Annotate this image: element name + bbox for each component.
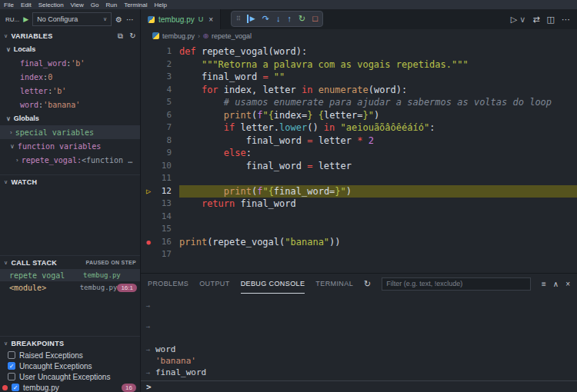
code-line-11[interactable]: 11 <box>141 172 577 185</box>
close-panel-icon[interactable]: × <box>565 280 570 288</box>
variable-row-repete-vogal[interactable]: ›repete_vogal: <function … <box>0 153 140 167</box>
breakpoint-item-uncaught-exceptions[interactable]: ✓Uncaught Exceptions <box>0 360 140 371</box>
restart-icon[interactable]: ↻ <box>299 15 305 23</box>
menu-help[interactable]: Help <box>154 2 166 8</box>
gutter[interactable] <box>141 211 156 224</box>
watch-header[interactable]: ∨ WATCH <box>0 175 140 188</box>
code-line-8[interactable]: 8 final_word = letter * 2 <box>141 135 577 148</box>
code-line-14[interactable]: 14 <box>141 211 577 224</box>
run-dropdown-icon[interactable]: ∨ <box>519 15 525 25</box>
gutter[interactable] <box>141 71 156 84</box>
gutter[interactable] <box>141 58 156 71</box>
gutter[interactable] <box>141 135 156 148</box>
gutter[interactable] <box>141 248 156 261</box>
checkbox[interactable] <box>8 351 15 359</box>
gutter[interactable] <box>141 172 156 185</box>
debug-configuration-dropdown[interactable]: No Configura ∨ <box>32 12 112 26</box>
gutter[interactable] <box>141 160 156 173</box>
debug-console-input[interactable]: > <box>141 380 577 392</box>
variable-row-index[interactable]: index: 0 <box>0 70 140 84</box>
split-editor-icon[interactable]: ◫ <box>547 15 555 25</box>
breakpoints-header[interactable]: ∨ BREAKPOINTS <box>0 337 140 350</box>
start-debug-icon[interactable]: ▶ <box>23 15 28 23</box>
gutter[interactable] <box>141 109 156 122</box>
code-editor[interactable]: 1def repete_vogal(word):2 """Retorna a p… <box>141 42 577 273</box>
code-line-5[interactable]: 5 # usamos enumerate para ajudar a saber… <box>141 96 577 109</box>
panel-tab-problems[interactable]: PROBLEMS <box>148 274 188 294</box>
breakpoint-item-raised-exceptions[interactable]: Raised Exceptions <box>0 350 140 360</box>
gutter[interactable] <box>141 84 156 97</box>
debug-toolbar: ⠿▶↷↓↑↻□ <box>231 11 323 27</box>
menu-edit[interactable]: Edit <box>21 2 32 8</box>
code-line-2[interactable]: 2 """Retorna a palavra com as vogais rep… <box>141 58 577 71</box>
code-line-9[interactable]: 9 else: <box>141 147 577 160</box>
code-line-13[interactable]: 13 return final_word <box>141 198 577 211</box>
checkbox[interactable] <box>8 373 15 380</box>
variable-row-locals[interactable]: ∨Locals <box>0 42 140 56</box>
variable-row-special-variables[interactable]: ›special variables <box>0 125 140 139</box>
tab-tembug-py[interactable]: tembug.py U × <box>141 9 221 29</box>
gutter[interactable] <box>141 45 156 58</box>
call-stack-frame-repete-vogal[interactable]: repete_vogaltembug.py <box>0 269 140 281</box>
breakpoint-item-user-uncaught-exceptions[interactable]: User Uncaught Exceptions <box>0 371 140 382</box>
clear-console-icon[interactable]: ≡ <box>542 280 546 288</box>
breakpoint-item-tembug-py[interactable]: ✓tembug.py16 <box>0 382 140 392</box>
call-stack-header[interactable]: ∨ CALL STACK PAUSED ON STEP <box>0 256 140 269</box>
continue-icon[interactable]: ▶ <box>247 15 255 23</box>
menu-run[interactable]: Run <box>105 2 117 8</box>
code-line-15[interactable]: 15 <box>141 223 577 236</box>
maximize-panel-icon[interactable]: ∧ <box>553 280 559 288</box>
breadcrumb-file[interactable]: tembug.py <box>162 32 195 40</box>
panel-tab-output[interactable]: OUTPUT <box>199 274 229 294</box>
close-icon[interactable]: × <box>208 15 213 24</box>
console-filter-input[interactable] <box>382 277 531 291</box>
gear-icon[interactable]: ⚙ <box>115 15 122 24</box>
call-stack-frame--module-[interactable]: <module>tembug.py16:1 <box>0 281 140 294</box>
breakpoint-dot-icon[interactable]: ● <box>141 236 156 249</box>
gutter[interactable] <box>141 96 156 109</box>
menu-selection[interactable]: Selection <box>38 2 64 8</box>
panel-tab-debug-console[interactable]: DEBUG CONSOLE <box>241 274 305 294</box>
drag-handle-icon[interactable]: ⠿ <box>236 15 240 23</box>
panel-tab-terminal[interactable]: TERMINAL <box>315 274 353 294</box>
code-line-7[interactable]: 7 if letter.lower() in "aeiouãõâôêéáíó": <box>141 121 577 135</box>
refresh-icon[interactable]: ↻ <box>129 32 136 41</box>
code-line-1[interactable]: 1def repete_vogal(word): <box>141 45 577 58</box>
step-into-icon[interactable]: ↓ <box>276 15 281 23</box>
variable-row-final-word[interactable]: final_word: 'b' <box>0 56 140 70</box>
breadcrumb-symbol[interactable]: repete_vogal <box>212 32 252 40</box>
gutter[interactable] <box>141 223 156 236</box>
code-line-12[interactable]: ▷12 print(f"{final_word=}") <box>141 185 577 198</box>
menu-view[interactable]: View <box>71 2 84 8</box>
gutter[interactable] <box>141 147 156 160</box>
menu-file[interactable]: File <box>4 2 14 8</box>
variables-header[interactable]: ∨ VARIABLES ⧉↻ <box>0 29 140 42</box>
code-line-6[interactable]: 6 print(f"{index=} {letter=}") <box>141 109 577 122</box>
variable-row-function-variables[interactable]: ∨function variables <box>0 139 140 153</box>
step-out-icon[interactable]: ↑ <box>288 15 292 23</box>
code-line-3[interactable]: 3 final_word = "" <box>141 71 577 84</box>
menu-go[interactable]: Go <box>91 2 99 8</box>
copy-icon[interactable]: ⧉ <box>118 32 123 41</box>
panel-tabs: PROBLEMSOUTPUTDEBUG CONSOLETERMINAL <box>148 274 353 294</box>
checkbox[interactable]: ✓ <box>8 362 15 370</box>
run-python-file-icon[interactable]: ▷ <box>511 15 517 25</box>
code-line-17[interactable]: 17 <box>141 248 577 261</box>
code-line-4[interactable]: 4 for index, letter in enumerate(word): <box>141 84 577 97</box>
step-over-icon[interactable]: ↷ <box>262 15 269 23</box>
gutter[interactable] <box>141 198 156 211</box>
menu-terminal[interactable]: Terminal <box>124 2 147 8</box>
refresh-icon[interactable]: ↻ <box>364 279 371 289</box>
debug-current-line-arrow-icon[interactable]: ▷ <box>141 185 156 198</box>
open-changes-icon[interactable]: ⇄ <box>532 15 539 25</box>
gutter[interactable] <box>141 121 156 135</box>
checkbox[interactable]: ✓ <box>12 384 19 391</box>
stop-icon[interactable]: □ <box>312 15 318 23</box>
variable-row-word[interactable]: word: 'banana' <box>0 98 140 111</box>
code-line-10[interactable]: 10 final_word = letter <box>141 160 577 173</box>
variable-row-letter[interactable]: letter: 'b' <box>0 84 140 98</box>
more-actions-icon[interactable]: ⋯ <box>126 15 135 24</box>
code-line-16[interactable]: ●16print(repete_vogal("banana")) <box>141 236 577 249</box>
more-actions-icon[interactable]: ⋯ <box>562 15 570 25</box>
variable-row-globals[interactable]: ∨Globals <box>0 111 140 125</box>
